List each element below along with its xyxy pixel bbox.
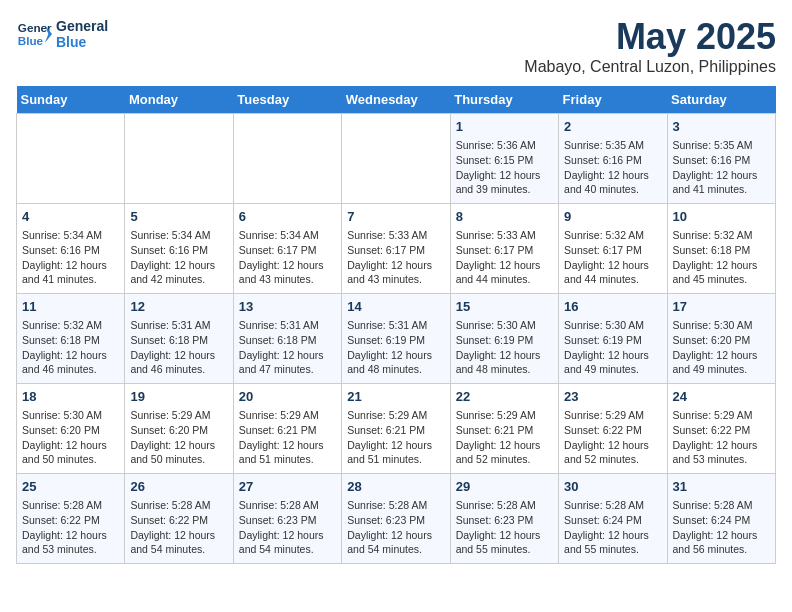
day-info: and 56 minutes. <box>673 542 770 557</box>
day-info: Sunrise: 5:33 AM <box>456 228 553 243</box>
day-cell: 9Sunrise: 5:32 AMSunset: 6:17 PMDaylight… <box>559 204 667 294</box>
day-header-tuesday: Tuesday <box>233 86 341 114</box>
day-info: Sunrise: 5:30 AM <box>22 408 119 423</box>
day-cell: 5Sunrise: 5:34 AMSunset: 6:16 PMDaylight… <box>125 204 233 294</box>
day-info: and 40 minutes. <box>564 182 661 197</box>
day-info: Sunset: 6:20 PM <box>22 423 119 438</box>
day-info: Daylight: 12 hours <box>564 168 661 183</box>
day-info: and 49 minutes. <box>564 362 661 377</box>
day-info: and 42 minutes. <box>130 272 227 287</box>
day-info: Sunset: 6:20 PM <box>673 333 770 348</box>
svg-text:Blue: Blue <box>18 34 44 47</box>
day-info: Daylight: 12 hours <box>347 348 444 363</box>
day-cell: 6Sunrise: 5:34 AMSunset: 6:17 PMDaylight… <box>233 204 341 294</box>
day-info: Sunrise: 5:29 AM <box>564 408 661 423</box>
day-info: Sunrise: 5:29 AM <box>130 408 227 423</box>
logo-line2: Blue <box>56 34 108 50</box>
day-header-wednesday: Wednesday <box>342 86 450 114</box>
day-number: 18 <box>22 388 119 406</box>
day-info: Sunset: 6:23 PM <box>456 513 553 528</box>
day-info: and 54 minutes. <box>347 542 444 557</box>
day-info: Daylight: 12 hours <box>564 528 661 543</box>
day-info: and 48 minutes. <box>347 362 444 377</box>
day-info: Sunrise: 5:28 AM <box>456 498 553 513</box>
day-info: and 49 minutes. <box>673 362 770 377</box>
day-info: and 44 minutes. <box>564 272 661 287</box>
day-number: 22 <box>456 388 553 406</box>
day-cell: 26Sunrise: 5:28 AMSunset: 6:22 PMDayligh… <box>125 474 233 564</box>
day-number: 7 <box>347 208 444 226</box>
header: General Blue General Blue May 2025 Mabay… <box>16 16 776 76</box>
day-info: Daylight: 12 hours <box>673 348 770 363</box>
day-cell: 18Sunrise: 5:30 AMSunset: 6:20 PMDayligh… <box>17 384 125 474</box>
day-info: Sunset: 6:16 PM <box>130 243 227 258</box>
day-number: 25 <box>22 478 119 496</box>
day-info: Daylight: 12 hours <box>22 438 119 453</box>
day-info: and 46 minutes. <box>22 362 119 377</box>
day-info: Sunset: 6:16 PM <box>673 153 770 168</box>
day-info: and 55 minutes. <box>564 542 661 557</box>
day-info: Sunset: 6:19 PM <box>564 333 661 348</box>
day-info: Sunrise: 5:32 AM <box>673 228 770 243</box>
day-info: and 50 minutes. <box>22 452 119 467</box>
day-info: Daylight: 12 hours <box>456 258 553 273</box>
day-info: and 54 minutes. <box>130 542 227 557</box>
day-info: Daylight: 12 hours <box>130 258 227 273</box>
day-info: Sunset: 6:22 PM <box>673 423 770 438</box>
day-info: Daylight: 12 hours <box>564 348 661 363</box>
day-cell: 16Sunrise: 5:30 AMSunset: 6:19 PMDayligh… <box>559 294 667 384</box>
day-info: and 51 minutes. <box>347 452 444 467</box>
day-number: 4 <box>22 208 119 226</box>
day-info: Daylight: 12 hours <box>239 528 336 543</box>
day-info: Daylight: 12 hours <box>22 348 119 363</box>
day-info: and 46 minutes. <box>130 362 227 377</box>
day-info: Sunset: 6:22 PM <box>22 513 119 528</box>
day-info: Daylight: 12 hours <box>347 438 444 453</box>
week-row-5: 25Sunrise: 5:28 AMSunset: 6:22 PMDayligh… <box>17 474 776 564</box>
day-info: and 43 minutes. <box>239 272 336 287</box>
day-header-monday: Monday <box>125 86 233 114</box>
day-info: Sunset: 6:17 PM <box>456 243 553 258</box>
day-cell: 10Sunrise: 5:32 AMSunset: 6:18 PMDayligh… <box>667 204 775 294</box>
day-cell: 21Sunrise: 5:29 AMSunset: 6:21 PMDayligh… <box>342 384 450 474</box>
day-cell: 25Sunrise: 5:28 AMSunset: 6:22 PMDayligh… <box>17 474 125 564</box>
day-cell: 22Sunrise: 5:29 AMSunset: 6:21 PMDayligh… <box>450 384 558 474</box>
day-info: and 41 minutes. <box>22 272 119 287</box>
day-info: and 43 minutes. <box>347 272 444 287</box>
main-title: May 2025 <box>524 16 776 58</box>
day-number: 6 <box>239 208 336 226</box>
day-info: Sunrise: 5:30 AM <box>456 318 553 333</box>
day-info: Daylight: 12 hours <box>564 258 661 273</box>
day-info: Daylight: 12 hours <box>673 528 770 543</box>
day-number: 3 <box>673 118 770 136</box>
day-info: Sunset: 6:19 PM <box>456 333 553 348</box>
day-info: and 45 minutes. <box>673 272 770 287</box>
day-info: Daylight: 12 hours <box>347 258 444 273</box>
day-info: Sunrise: 5:30 AM <box>673 318 770 333</box>
day-info: and 52 minutes. <box>564 452 661 467</box>
day-info: Sunset: 6:22 PM <box>564 423 661 438</box>
logo: General Blue General Blue <box>16 16 108 52</box>
day-info: Daylight: 12 hours <box>456 528 553 543</box>
logo-line1: General <box>56 18 108 34</box>
day-header-friday: Friday <box>559 86 667 114</box>
day-info: and 48 minutes. <box>456 362 553 377</box>
day-info: and 44 minutes. <box>456 272 553 287</box>
day-info: Sunset: 6:22 PM <box>130 513 227 528</box>
day-info: and 50 minutes. <box>130 452 227 467</box>
day-cell: 24Sunrise: 5:29 AMSunset: 6:22 PMDayligh… <box>667 384 775 474</box>
day-cell <box>342 114 450 204</box>
day-info: Sunrise: 5:28 AM <box>130 498 227 513</box>
day-info: Sunrise: 5:34 AM <box>239 228 336 243</box>
day-number: 23 <box>564 388 661 406</box>
day-info: Daylight: 12 hours <box>673 438 770 453</box>
calendar-table: SundayMondayTuesdayWednesdayThursdayFrid… <box>16 86 776 564</box>
day-number: 24 <box>673 388 770 406</box>
day-number: 19 <box>130 388 227 406</box>
day-info: Daylight: 12 hours <box>456 438 553 453</box>
day-info: Sunrise: 5:28 AM <box>564 498 661 513</box>
day-number: 8 <box>456 208 553 226</box>
day-info: Sunrise: 5:35 AM <box>673 138 770 153</box>
day-info: Sunset: 6:16 PM <box>564 153 661 168</box>
day-info: and 41 minutes. <box>673 182 770 197</box>
